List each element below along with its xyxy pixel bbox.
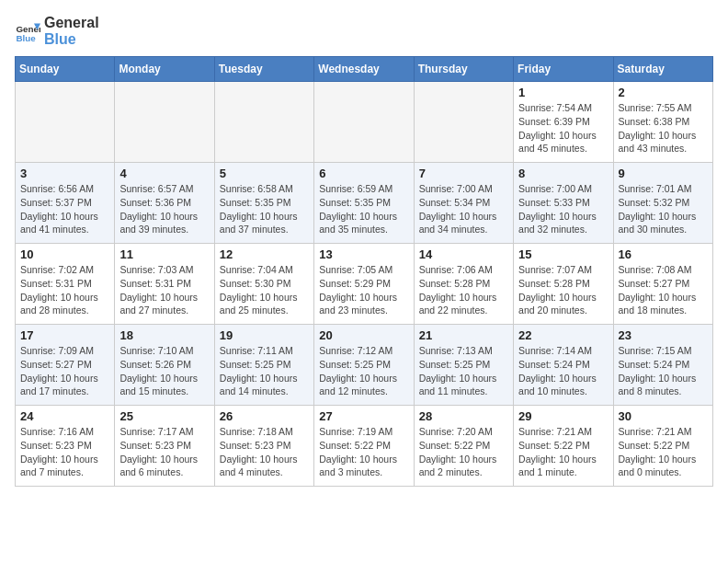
day-info: Sunrise: 7:05 AM Sunset: 5:29 PM Dayligh… <box>319 263 408 317</box>
day-number: 15 <box>518 247 608 261</box>
weekday-header: Friday <box>514 57 613 82</box>
calendar-cell: 23Sunrise: 7:15 AM Sunset: 5:24 PM Dayli… <box>613 325 712 406</box>
calendar-cell: 19Sunrise: 7:11 AM Sunset: 5:25 PM Dayli… <box>214 325 313 406</box>
calendar-cell: 2Sunrise: 7:55 AM Sunset: 6:38 PM Daylig… <box>613 82 712 163</box>
day-info: Sunrise: 7:54 AM Sunset: 6:39 PM Dayligh… <box>518 101 608 155</box>
day-number: 17 <box>20 328 109 342</box>
day-info: Sunrise: 7:12 AM Sunset: 5:25 PM Dayligh… <box>319 344 408 398</box>
day-info: Sunrise: 6:59 AM Sunset: 5:35 PM Dayligh… <box>319 182 408 236</box>
day-info: Sunrise: 7:07 AM Sunset: 5:28 PM Dayligh… <box>518 263 608 317</box>
logo-blue: Blue <box>44 31 99 48</box>
svg-text:Blue: Blue <box>16 33 36 43</box>
day-info: Sunrise: 7:03 AM Sunset: 5:31 PM Dayligh… <box>119 263 209 317</box>
calendar-cell: 29Sunrise: 7:21 AM Sunset: 5:22 PM Dayli… <box>514 406 613 487</box>
day-info: Sunrise: 7:18 AM Sunset: 5:23 PM Dayligh… <box>220 425 309 479</box>
calendar-cell: 26Sunrise: 7:18 AM Sunset: 5:23 PM Dayli… <box>214 406 313 487</box>
day-number: 22 <box>518 328 608 342</box>
calendar-cell <box>115 82 214 163</box>
calendar-cell: 16Sunrise: 7:08 AM Sunset: 5:27 PM Dayli… <box>613 244 712 325</box>
day-number: 24 <box>20 409 109 423</box>
day-info: Sunrise: 7:16 AM Sunset: 5:23 PM Dayligh… <box>20 425 109 479</box>
calendar-cell: 8Sunrise: 7:00 AM Sunset: 5:33 PM Daylig… <box>514 163 613 244</box>
day-number: 28 <box>419 409 508 423</box>
calendar-cell: 24Sunrise: 7:16 AM Sunset: 5:23 PM Dayli… <box>16 406 115 487</box>
calendar-cell: 18Sunrise: 7:10 AM Sunset: 5:26 PM Dayli… <box>115 325 214 406</box>
day-info: Sunrise: 7:08 AM Sunset: 5:27 PM Dayligh… <box>619 263 708 317</box>
day-number: 6 <box>319 167 408 180</box>
day-number: 2 <box>619 86 708 99</box>
calendar-cell: 12Sunrise: 7:04 AM Sunset: 5:30 PM Dayli… <box>214 244 313 325</box>
day-number: 20 <box>319 328 408 342</box>
day-number: 25 <box>119 409 209 423</box>
day-number: 11 <box>119 247 209 261</box>
day-number: 16 <box>619 247 708 261</box>
day-info: Sunrise: 7:13 AM Sunset: 5:25 PM Dayligh… <box>419 344 508 398</box>
calendar-cell: 1Sunrise: 7:54 AM Sunset: 6:39 PM Daylig… <box>514 82 613 163</box>
day-info: Sunrise: 7:09 AM Sunset: 5:27 PM Dayligh… <box>20 344 109 398</box>
day-number: 26 <box>220 409 309 423</box>
calendar-cell: 15Sunrise: 7:07 AM Sunset: 5:28 PM Dayli… <box>514 244 613 325</box>
calendar-cell <box>314 82 414 163</box>
weekday-header: Saturday <box>613 57 712 82</box>
day-number: 29 <box>518 409 608 423</box>
day-number: 3 <box>20 167 109 180</box>
day-number: 8 <box>518 167 608 180</box>
day-number: 19 <box>220 328 309 342</box>
day-info: Sunrise: 7:21 AM Sunset: 5:22 PM Dayligh… <box>518 425 608 479</box>
day-number: 9 <box>619 167 708 180</box>
calendar-cell: 27Sunrise: 7:19 AM Sunset: 5:22 PM Dayli… <box>314 406 414 487</box>
logo-icon: General Blue <box>15 18 40 44</box>
calendar-cell: 11Sunrise: 7:03 AM Sunset: 5:31 PM Dayli… <box>115 244 214 325</box>
calendar-cell: 5Sunrise: 6:58 AM Sunset: 5:35 PM Daylig… <box>214 163 313 244</box>
day-info: Sunrise: 7:11 AM Sunset: 5:25 PM Dayligh… <box>220 344 309 398</box>
day-info: Sunrise: 7:02 AM Sunset: 5:31 PM Dayligh… <box>20 263 109 317</box>
calendar: SundayMondayTuesdayWednesdayThursdayFrid… <box>15 56 713 487</box>
day-number: 10 <box>20 247 109 261</box>
calendar-cell: 7Sunrise: 7:00 AM Sunset: 5:34 PM Daylig… <box>414 163 513 244</box>
day-info: Sunrise: 7:04 AM Sunset: 5:30 PM Dayligh… <box>220 263 309 317</box>
calendar-cell: 17Sunrise: 7:09 AM Sunset: 5:27 PM Dayli… <box>16 325 115 406</box>
weekday-header: Wednesday <box>314 57 414 82</box>
day-number: 30 <box>619 409 708 423</box>
day-number: 1 <box>518 86 608 99</box>
calendar-cell <box>214 82 313 163</box>
calendar-cell: 4Sunrise: 6:57 AM Sunset: 5:36 PM Daylig… <box>115 163 214 244</box>
day-number: 7 <box>419 167 508 180</box>
day-number: 27 <box>319 409 408 423</box>
day-info: Sunrise: 7:06 AM Sunset: 5:28 PM Dayligh… <box>419 263 508 317</box>
logo-general: General <box>44 15 99 31</box>
calendar-cell: 14Sunrise: 7:06 AM Sunset: 5:28 PM Dayli… <box>414 244 513 325</box>
calendar-cell: 9Sunrise: 7:01 AM Sunset: 5:32 PM Daylig… <box>613 163 712 244</box>
day-info: Sunrise: 7:14 AM Sunset: 5:24 PM Dayligh… <box>518 344 608 398</box>
calendar-cell: 20Sunrise: 7:12 AM Sunset: 5:25 PM Dayli… <box>314 325 414 406</box>
day-info: Sunrise: 7:00 AM Sunset: 5:33 PM Dayligh… <box>518 182 608 236</box>
day-number: 18 <box>119 328 209 342</box>
day-number: 23 <box>619 328 708 342</box>
page-header: General Blue General Blue <box>15 15 713 47</box>
day-number: 12 <box>220 247 309 261</box>
day-info: Sunrise: 7:00 AM Sunset: 5:34 PM Dayligh… <box>419 182 508 236</box>
day-info: Sunrise: 6:57 AM Sunset: 5:36 PM Dayligh… <box>119 182 209 236</box>
day-number: 14 <box>419 247 508 261</box>
day-info: Sunrise: 6:56 AM Sunset: 5:37 PM Dayligh… <box>20 182 109 236</box>
day-info: Sunrise: 7:21 AM Sunset: 5:22 PM Dayligh… <box>619 425 708 479</box>
calendar-cell: 6Sunrise: 6:59 AM Sunset: 5:35 PM Daylig… <box>314 163 414 244</box>
day-info: Sunrise: 7:19 AM Sunset: 5:22 PM Dayligh… <box>319 425 408 479</box>
weekday-header: Tuesday <box>214 57 313 82</box>
day-info: Sunrise: 7:17 AM Sunset: 5:23 PM Dayligh… <box>119 425 209 479</box>
day-info: Sunrise: 7:55 AM Sunset: 6:38 PM Dayligh… <box>619 101 708 155</box>
day-info: Sunrise: 7:20 AM Sunset: 5:22 PM Dayligh… <box>419 425 508 479</box>
day-number: 21 <box>419 328 508 342</box>
logo: General Blue General Blue <box>15 15 99 47</box>
day-number: 5 <box>220 167 309 180</box>
calendar-cell: 3Sunrise: 6:56 AM Sunset: 5:37 PM Daylig… <box>16 163 115 244</box>
calendar-cell: 25Sunrise: 7:17 AM Sunset: 5:23 PM Dayli… <box>115 406 214 487</box>
calendar-cell <box>16 82 115 163</box>
calendar-cell: 30Sunrise: 7:21 AM Sunset: 5:22 PM Dayli… <box>613 406 712 487</box>
day-number: 4 <box>119 167 209 180</box>
calendar-cell <box>414 82 513 163</box>
day-info: Sunrise: 7:15 AM Sunset: 5:24 PM Dayligh… <box>619 344 708 398</box>
weekday-header: Sunday <box>16 57 115 82</box>
day-number: 13 <box>319 247 408 261</box>
calendar-cell: 13Sunrise: 7:05 AM Sunset: 5:29 PM Dayli… <box>314 244 414 325</box>
